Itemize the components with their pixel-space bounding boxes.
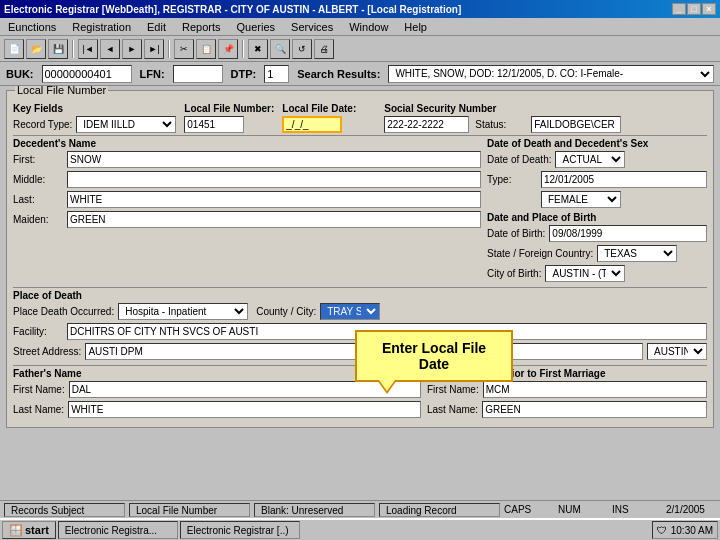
norton-icon: 🛡 (657, 525, 667, 536)
maiden-name-label: Maiden: (13, 214, 63, 225)
sex-select[interactable]: FEMALE (541, 191, 621, 208)
decedent-name-section: Decedent's Name First: Middle: Last: Mai… (13, 138, 481, 285)
copy-button[interactable]: 📋 (196, 39, 216, 59)
status-num: NUM (558, 504, 608, 515)
local-file-num-label: Local File Number: (184, 103, 274, 114)
status-blank-unreserved: Blank: Unreserved (254, 503, 375, 517)
dod-type-select[interactable]: ACTUAL (555, 151, 625, 168)
city-select[interactable]: AUSTIN (647, 343, 707, 360)
father-first-input[interactable] (69, 381, 421, 398)
dod-title: Date of Death and Decedent's Sex (487, 138, 707, 149)
status-input[interactable] (531, 116, 621, 133)
dtp-input[interactable] (264, 65, 289, 83)
close-button[interactable]: × (702, 3, 716, 15)
clock-time: 10:30 AM (671, 525, 713, 536)
menu-reports[interactable]: Reports (178, 20, 225, 34)
father-first-label: First Name: (13, 384, 65, 395)
delete-button[interactable]: ✖ (248, 39, 268, 59)
first-name-input[interactable] (67, 151, 481, 168)
county-select[interactable]: TRAY S (320, 303, 380, 320)
city-birth-label: City of Birth: (487, 268, 541, 279)
menu-edit[interactable]: Edit (143, 20, 170, 34)
street-label: Street Address: (13, 346, 81, 357)
taskbar-item-1[interactable]: Electronic Registra... (58, 521, 178, 539)
first-button[interactable]: |◄ (78, 39, 98, 59)
state-label: State / Foreign Country: (487, 248, 593, 259)
mother-first-label: First Name: (427, 384, 479, 395)
paste-button[interactable]: 📌 (218, 39, 238, 59)
toolbar: 📄 📂 💾 |◄ ◄ ► ►| ✂ 📋 📌 ✖ 🔍 ↺ 🖨 (0, 36, 720, 62)
state-select[interactable]: TEXAS (597, 245, 677, 262)
local-file-date-input[interactable] (282, 116, 342, 133)
menu-queries[interactable]: Queries (233, 20, 280, 34)
menu-help[interactable]: Help (400, 20, 431, 34)
taskbar-clock: 🛡 10:30 AM (652, 521, 718, 539)
mother-first-input[interactable] (483, 381, 707, 398)
mother-last-input[interactable] (482, 401, 707, 418)
search-results-select[interactable]: WHITE, SNOW, DOD: 12/1/2005, D. CO: I-Fe… (388, 65, 714, 83)
place-death-label: Place Death Occurred: (13, 306, 114, 317)
menu-window[interactable]: Window (345, 20, 392, 34)
tooltip-text: Enter Local File Date (382, 340, 486, 372)
status-label: Status: (475, 119, 525, 130)
last-name-input[interactable] (67, 191, 481, 208)
ssn-title: Social Security Number (384, 103, 707, 114)
buk-label: BUK: (6, 68, 34, 80)
prev-button[interactable]: ◄ (100, 39, 120, 59)
maximize-button[interactable]: □ (687, 3, 701, 15)
minimize-button[interactable]: _ (672, 3, 686, 15)
place-of-death-title: Place of Death (13, 290, 707, 301)
status-bar: Records Subject Local File Number Blank:… (0, 500, 720, 518)
refresh-button[interactable]: ↺ (292, 39, 312, 59)
taskbar: 🪟 start Electronic Registra... Electroni… (0, 518, 720, 540)
dod-input[interactable] (541, 171, 707, 188)
cut-button[interactable]: ✂ (174, 39, 194, 59)
father-last-label: Last Name: (13, 404, 64, 415)
status-caps: CAPS (504, 504, 554, 515)
dob-input[interactable] (549, 225, 707, 242)
window-controls[interactable]: _ □ × (672, 3, 716, 15)
buk-input[interactable] (42, 65, 132, 83)
search-button[interactable]: 🔍 (270, 39, 290, 59)
dod-section: Date of Death and Decedent's Sex Date of… (487, 138, 707, 285)
taskbar-item-2[interactable]: Electronic Registrar [..) (180, 521, 300, 539)
menu-services[interactable]: Services (287, 20, 337, 34)
menu-functions[interactable]: Eunctions (4, 20, 60, 34)
middle-name-label: Middle: (13, 174, 63, 185)
lfn-input[interactable] (173, 65, 223, 83)
status-date: 2/1/2005 (666, 504, 716, 515)
dob-title: Date and Place of Birth (487, 212, 707, 223)
tooltip-enter-local-file-date: Enter Local File Date (355, 330, 513, 382)
last-button[interactable]: ►| (144, 39, 164, 59)
menu-registration[interactable]: Registration (68, 20, 135, 34)
new-button[interactable]: 📄 (4, 39, 24, 59)
mother-last-label: Last Name: (427, 404, 478, 415)
record-type-select[interactable]: IDEM IILLD (76, 116, 176, 133)
open-button[interactable]: 📂 (26, 39, 46, 59)
dtp-label: DTP: (231, 68, 257, 80)
lfn-label: LFN: (140, 68, 165, 80)
record-type-label: Record Type: (13, 119, 72, 130)
next-button[interactable]: ► (122, 39, 142, 59)
local-file-num-input[interactable] (184, 116, 244, 133)
father-last-input[interactable] (68, 401, 421, 418)
city-birth-select[interactable]: AUSTIN - (TRAVIS) (545, 265, 625, 282)
status-local-file-num: Local File Number (129, 503, 250, 517)
facility-label: Facility: (13, 326, 63, 337)
search-results-label: Search Results: (297, 68, 380, 80)
main-content: Local File Number Key Fields Record Type… (0, 86, 720, 476)
menu-bar: Eunctions Registration Edit Reports Quer… (0, 18, 720, 36)
place-death-select[interactable]: Hospita - Inpatient (118, 303, 248, 320)
print-button[interactable]: 🖨 (314, 39, 334, 59)
maiden-name-input[interactable] (67, 211, 481, 228)
save-button[interactable]: 💾 (48, 39, 68, 59)
start-label: start (25, 524, 49, 536)
start-button[interactable]: 🪟 start (2, 521, 56, 539)
start-icon: 🪟 (9, 524, 23, 537)
first-name-label: First: (13, 154, 63, 165)
title-bar: Electronic Registrar [WebDeath], REGISTR… (0, 0, 720, 18)
ssn-input[interactable] (384, 116, 469, 133)
dob-label: Date of Birth: (487, 228, 545, 239)
dod-label: Date of Death: (487, 154, 551, 165)
middle-name-input[interactable] (67, 171, 481, 188)
